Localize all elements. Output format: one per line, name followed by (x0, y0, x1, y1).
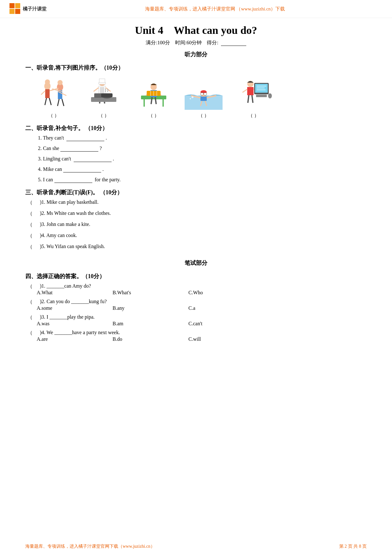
bracket-5: （ ） (248, 113, 259, 119)
mc-q1-a[interactable]: A.What (37, 290, 113, 296)
fill-blank-3: 3. Lingling can't . (38, 156, 367, 162)
svg-line-12 (58, 99, 59, 106)
title-subtitle: What can you do? (174, 24, 257, 36)
mc-bracket-q3: （ (25, 314, 35, 321)
svg-rect-3 (15, 9, 20, 14)
mc-q3-b[interactable]: B.am (113, 321, 188, 327)
illus-paint (235, 78, 273, 110)
svg-point-56 (190, 98, 191, 99)
mc-q4-options: A.are B.do C.will (37, 336, 367, 342)
tf-bracket-1: （ (25, 199, 35, 206)
mc-q2-c[interactable]: C.a (188, 305, 264, 311)
mc-q4-text: )4. We _______have a party next week. (35, 330, 120, 335)
svg-point-55 (192, 96, 193, 98)
mc-q4-a[interactable]: A.are (37, 336, 113, 342)
blank-5[interactable] (54, 177, 92, 183)
picture-item-2: （ ） (82, 77, 126, 119)
picture-box-4 (181, 77, 226, 111)
unit-label: Unit 4 (135, 24, 163, 36)
illus-swim (185, 78, 223, 110)
logo-area: 橘子汁课堂 (9, 3, 47, 15)
blank-1[interactable] (66, 135, 104, 141)
picture-box-5 (231, 77, 276, 111)
topbar-promo: 海量题库、专项训练，进入橘子汁课堂官网 （www.juzizhi.cn）下载 (47, 6, 383, 12)
mc-q1-row: （ )1. _______can Amy do? (25, 283, 367, 290)
blank-2[interactable] (60, 146, 98, 152)
blank-3[interactable] (74, 156, 112, 162)
svg-line-11 (49, 98, 51, 105)
section3-list: （ )1. Mike can play basketball. （ )2. Ms… (25, 199, 367, 250)
mc-q3-a[interactable]: A.was (37, 321, 113, 327)
picture-item-1: （ ） (32, 77, 76, 119)
tf-bracket-2: （ (25, 210, 35, 217)
mc-q4-b[interactable]: B.do (113, 336, 188, 342)
illus-instrument (135, 78, 173, 110)
top-bar: 橘子汁课堂 海量题库、专项训练，进入橘子汁课堂官网 （www.juzizhi.c… (0, 0, 392, 18)
svg-rect-0 (9, 3, 15, 8)
mc-q1-c[interactable]: C.Who (188, 290, 264, 296)
tf-item-4: （ )4. Amy can cook. (25, 233, 367, 239)
svg-point-47 (200, 93, 204, 95)
bracket-4: （ ） (198, 113, 209, 119)
score-label: 得分: (207, 40, 218, 45)
tf-text-2: )2. Ms White can wash the clothes. (35, 210, 111, 216)
svg-line-59 (242, 89, 247, 92)
section4-list: （ )1. _______can Amy do? A.What B.What's… (25, 283, 367, 343)
footer-page-info: 第 2 页 共 8 页 (339, 544, 367, 549)
illus-dance (35, 78, 73, 110)
svg-rect-8 (45, 89, 50, 98)
svg-rect-58 (247, 87, 254, 95)
tf-bracket-3: （ (25, 221, 35, 228)
score-input[interactable] (221, 40, 246, 46)
bracket-1: （ ） (48, 113, 59, 119)
mc-q3-c[interactable]: C.can't (188, 321, 264, 327)
mc-q1: （ )1. _______can Amy do? A.What B.What's… (25, 283, 367, 297)
picture-item-5: （ ） (231, 77, 276, 119)
score-full: 满分:100分 (146, 40, 170, 45)
bracket-2: （ ） (98, 113, 109, 119)
page-title: Unit 4 What can you do? (25, 24, 367, 36)
footer-bar: 海量题库、专项训练，进入橘子汁课堂官网下载（www.juzizhi.cn） 第 … (0, 544, 392, 549)
picture-box-3 (132, 77, 176, 111)
fill-blank-5: 5. I can for the party. (38, 177, 367, 183)
logo-text: 橘子汁课堂 (23, 6, 46, 12)
blank-4[interactable] (63, 166, 101, 172)
fill-blank-4: 4. Mike can . (38, 166, 367, 172)
picture-item-3: （ ） (132, 77, 176, 119)
section3-header: 三、听录音,判断正(T)误(F)。 （10分） (25, 189, 367, 196)
tf-text-5: )5. Wu Yifan can speak English. (35, 244, 105, 249)
listening-section-title: 听力部分 (25, 51, 367, 58)
picture-box-2 (82, 77, 126, 111)
tf-item-3: （ )3. John can make a kite. (25, 221, 367, 228)
svg-rect-64 (255, 84, 268, 93)
svg-rect-20 (99, 83, 106, 84)
main-content: Unit 4 What can you do? 满分:100分 时间:60分钟 … (0, 18, 392, 371)
tf-item-5: （ )5. Wu Yifan can speak English. (25, 244, 367, 250)
mc-q2-text: )2. Can you do _______kung fu? (35, 299, 107, 304)
svg-line-10 (45, 98, 46, 105)
illus-cook (85, 78, 123, 110)
mc-q2-row: （ )2. Can you do _______kung fu? (25, 299, 367, 305)
mc-q2-options: A.some B.any C.a (37, 305, 367, 311)
tf-bracket-4: （ (25, 233, 35, 239)
footer-promo: 海量题库、专项训练，进入橘子汁课堂官网下载（www.juzizhi.cn） (25, 544, 155, 549)
writing-section-title: 笔试部分 (25, 259, 367, 267)
mc-bracket-q4: （ (25, 330, 35, 336)
fill-blank-2: 2. Can she ? (38, 146, 367, 152)
mc-q3-row: （ )3. I _______play the pipa. (25, 314, 367, 321)
svg-point-48 (204, 93, 207, 95)
section2-list: 1. They can't . 2. Can she ? 3. Lingling… (38, 135, 367, 183)
svg-rect-50 (200, 97, 207, 101)
svg-rect-30 (101, 93, 113, 97)
mc-q4-c[interactable]: C.will (188, 336, 264, 342)
mc-q3-options: A.was B.am C.can't (37, 321, 367, 327)
mc-q2-a[interactable]: A.some (37, 305, 113, 311)
tf-bracket-5: （ (25, 244, 35, 250)
mc-bracket-q2: （ (25, 299, 35, 305)
mc-q1-options: A.What B.What's C.Who (37, 290, 367, 296)
svg-line-14 (41, 91, 45, 95)
mc-q1-text: )1. _______can Amy do? (35, 283, 91, 289)
mc-q2-b[interactable]: B.any (113, 305, 188, 311)
mc-q1-b[interactable]: B.What's (113, 290, 188, 296)
mc-q4-row: （ )4. We _______have a party next week. (25, 330, 367, 336)
